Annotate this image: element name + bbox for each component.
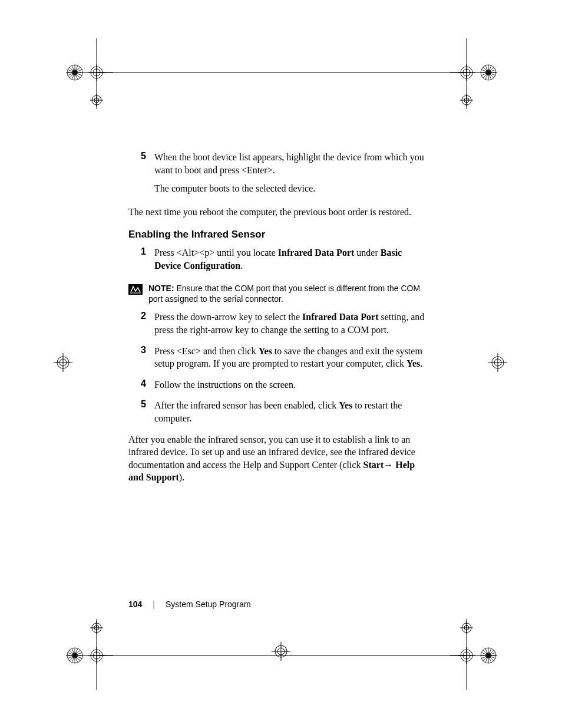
step-body: When the boot device list appears, highl… bbox=[154, 151, 429, 201]
note-block: NOTE: Ensure that the COM port that you … bbox=[128, 283, 429, 305]
page-number: 104 bbox=[128, 599, 142, 609]
body-text: When the boot device list appears, highl… bbox=[154, 151, 429, 176]
list-item: 5 When the boot device list appears, hig… bbox=[128, 151, 429, 201]
crop-mark-icon bbox=[42, 38, 113, 111]
step-body: Press <Alt><p> until you locate Infrared… bbox=[154, 246, 429, 278]
step-number: 5 bbox=[128, 399, 154, 430]
step-number: 1 bbox=[128, 246, 154, 278]
body-text: After the infrared sensor has been enabl… bbox=[154, 399, 429, 424]
step-body: After the infrared sensor has been enabl… bbox=[154, 399, 429, 430]
crop-line bbox=[97, 73, 467, 73]
body-text: Follow the instructions on the screen. bbox=[154, 378, 429, 391]
step-number: 4 bbox=[128, 378, 154, 397]
page-content: 5 When the boot device list appears, hig… bbox=[128, 151, 429, 493]
page-footer: 104 | System Setup Program bbox=[128, 599, 251, 609]
list-item: 1 Press <Alt><p> until you locate Infrar… bbox=[128, 246, 429, 278]
body-text: After you enable the infrared sensor, yo… bbox=[128, 433, 429, 484]
crop-mark-icon bbox=[266, 637, 296, 668]
step-body: Press <Esc> and then click Yes to save t… bbox=[154, 345, 429, 376]
crop-mark-icon bbox=[450, 38, 521, 111]
step-body: Follow the instructions on the screen. bbox=[154, 378, 429, 397]
list-item: 4 Follow the instructions on the screen. bbox=[128, 378, 429, 397]
body-text: The next time you reboot the computer, t… bbox=[128, 206, 429, 219]
list-item: 2 Press the down-arrow key to select the… bbox=[128, 311, 429, 342]
footer-title: System Setup Program bbox=[166, 599, 251, 609]
list-item: 3 Press <Esc> and then click Yes to save… bbox=[128, 345, 429, 376]
note-text: NOTE: Ensure that the COM port that you … bbox=[148, 283, 429, 305]
crop-line bbox=[97, 655, 467, 656]
body-text: The computer boots to the selected devic… bbox=[154, 182, 429, 195]
step-number: 2 bbox=[128, 311, 154, 342]
crop-mark-icon bbox=[483, 348, 513, 380]
note-icon bbox=[128, 284, 143, 295]
body-text: Press <Alt><p> until you locate Infrared… bbox=[154, 246, 429, 272]
footer-separator: | bbox=[153, 599, 155, 609]
crop-mark-icon bbox=[48, 348, 78, 380]
body-text: Press the down-arrow key to select the I… bbox=[154, 311, 429, 336]
step-number: 3 bbox=[128, 345, 154, 376]
section-heading: Enabling the Infrared Sensor bbox=[128, 229, 429, 241]
step-number: 5 bbox=[128, 151, 154, 201]
list-item: 5 After the infrared sensor has been ena… bbox=[128, 399, 429, 430]
step-body: Press the down-arrow key to select the I… bbox=[154, 311, 429, 342]
body-text: Press <Esc> and then click Yes to save t… bbox=[154, 345, 429, 370]
